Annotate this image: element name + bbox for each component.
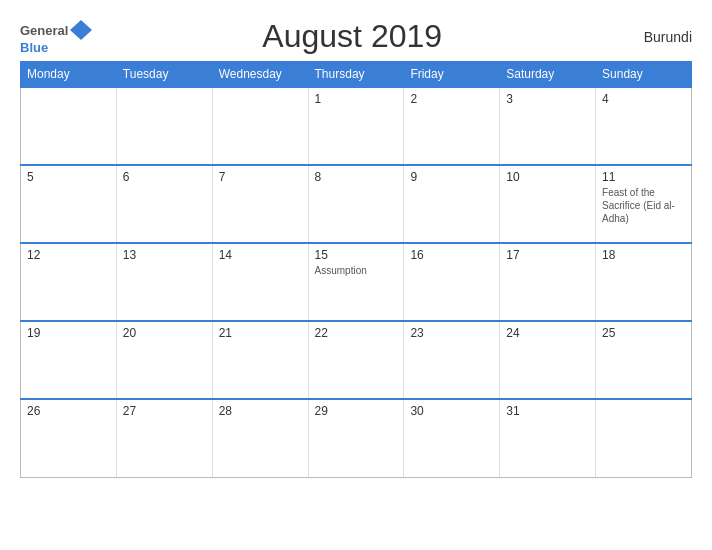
calendar-cell: 31 — [500, 399, 596, 477]
calendar-cell — [212, 87, 308, 165]
day-number: 8 — [315, 170, 398, 184]
calendar-cell: 9 — [404, 165, 500, 243]
calendar-week-row: 262728293031 — [21, 399, 692, 477]
day-number: 19 — [27, 326, 110, 340]
calendar-title: August 2019 — [92, 18, 612, 55]
day-header-saturday: Saturday — [500, 62, 596, 88]
calendar-cell: 28 — [212, 399, 308, 477]
day-number: 15 — [315, 248, 398, 262]
day-number: 27 — [123, 404, 206, 418]
calendar-cell: 2 — [404, 87, 500, 165]
day-number: 18 — [602, 248, 685, 262]
day-number: 26 — [27, 404, 110, 418]
day-number: 28 — [219, 404, 302, 418]
calendar-cell: 21 — [212, 321, 308, 399]
calendar-cell: 24 — [500, 321, 596, 399]
day-header-tuesday: Tuesday — [116, 62, 212, 88]
day-number: 22 — [315, 326, 398, 340]
day-number: 21 — [219, 326, 302, 340]
calendar-cell: 18 — [596, 243, 692, 321]
day-number: 3 — [506, 92, 589, 106]
calendar-cell — [116, 87, 212, 165]
calendar-cell: 20 — [116, 321, 212, 399]
svg-marker-0 — [70, 20, 92, 40]
day-header-friday: Friday — [404, 62, 500, 88]
holiday-label: Assumption — [315, 264, 398, 277]
day-number: 23 — [410, 326, 493, 340]
day-number: 5 — [27, 170, 110, 184]
logo-blue: Blue — [20, 41, 48, 54]
calendar-cell: 19 — [21, 321, 117, 399]
calendar-cell: 13 — [116, 243, 212, 321]
day-header-wednesday: Wednesday — [212, 62, 308, 88]
calendar-cell: 22 — [308, 321, 404, 399]
calendar-cell: 17 — [500, 243, 596, 321]
calendar-cell: 30 — [404, 399, 500, 477]
calendar-cell: 11Feast of the Sacrifice (Eid al-Adha) — [596, 165, 692, 243]
calendar-cell — [21, 87, 117, 165]
day-number: 7 — [219, 170, 302, 184]
calendar-cell: 25 — [596, 321, 692, 399]
calendar-cell: 1 — [308, 87, 404, 165]
logo-text: General — [20, 19, 92, 41]
day-number: 30 — [410, 404, 493, 418]
calendar-week-row: 19202122232425 — [21, 321, 692, 399]
calendar-cell: 15Assumption — [308, 243, 404, 321]
calendar-week-row: 1234 — [21, 87, 692, 165]
day-number: 4 — [602, 92, 685, 106]
calendar-cell: 5 — [21, 165, 117, 243]
logo-general: General — [20, 24, 68, 37]
day-number: 1 — [315, 92, 398, 106]
day-header-thursday: Thursday — [308, 62, 404, 88]
day-number: 9 — [410, 170, 493, 184]
calendar-cell: 4 — [596, 87, 692, 165]
calendar-header-row: MondayTuesdayWednesdayThursdayFridaySatu… — [21, 62, 692, 88]
calendar-cell: 6 — [116, 165, 212, 243]
day-number: 20 — [123, 326, 206, 340]
calendar-week-row: 567891011Feast of the Sacrifice (Eid al-… — [21, 165, 692, 243]
calendar-cell: 8 — [308, 165, 404, 243]
calendar-cell: 23 — [404, 321, 500, 399]
day-number: 31 — [506, 404, 589, 418]
holiday-label: Feast of the Sacrifice (Eid al-Adha) — [602, 186, 685, 225]
calendar-cell: 14 — [212, 243, 308, 321]
day-number: 14 — [219, 248, 302, 262]
logo-flag-icon — [70, 19, 92, 41]
calendar-table: MondayTuesdayWednesdayThursdayFridaySatu… — [20, 61, 692, 478]
calendar-cell: 26 — [21, 399, 117, 477]
day-number: 2 — [410, 92, 493, 106]
day-number: 25 — [602, 326, 685, 340]
page-header: General Blue August 2019 Burundi — [20, 10, 692, 61]
day-number: 12 — [27, 248, 110, 262]
logo: General Blue — [20, 19, 92, 54]
calendar-cell: 10 — [500, 165, 596, 243]
day-header-monday: Monday — [21, 62, 117, 88]
country-label: Burundi — [612, 29, 692, 45]
day-header-sunday: Sunday — [596, 62, 692, 88]
calendar-cell — [596, 399, 692, 477]
calendar-cell: 7 — [212, 165, 308, 243]
day-number: 16 — [410, 248, 493, 262]
day-number: 13 — [123, 248, 206, 262]
day-number: 6 — [123, 170, 206, 184]
day-number: 24 — [506, 326, 589, 340]
calendar-cell: 29 — [308, 399, 404, 477]
calendar-cell: 16 — [404, 243, 500, 321]
day-number: 29 — [315, 404, 398, 418]
calendar-cell: 3 — [500, 87, 596, 165]
calendar-cell: 27 — [116, 399, 212, 477]
calendar-week-row: 12131415Assumption161718 — [21, 243, 692, 321]
calendar-cell: 12 — [21, 243, 117, 321]
day-number: 11 — [602, 170, 685, 184]
day-number: 17 — [506, 248, 589, 262]
day-number: 10 — [506, 170, 589, 184]
